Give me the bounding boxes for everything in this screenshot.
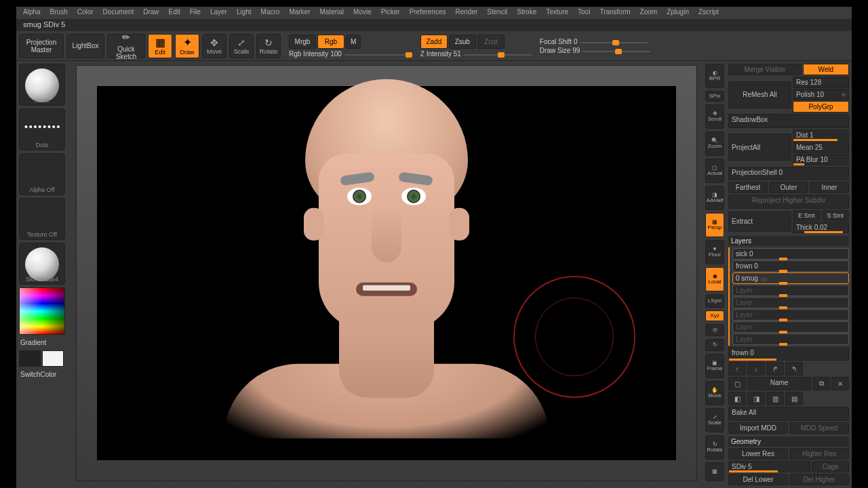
menu-tool[interactable]: Tool — [578, 8, 590, 18]
farthest-button[interactable]: Farthest — [728, 182, 768, 193]
polish-slider[interactable]: Polish 10○ — [793, 89, 849, 100]
layer-merge-icon[interactable]: ↰ — [785, 362, 803, 375]
current-layer-slider[interactable]: frown 0 — [728, 347, 849, 361]
lightbox-button[interactable]: LightBox — [66, 34, 104, 58]
menu-alpha[interactable]: Alpha — [23, 8, 41, 18]
layer-d-icon[interactable]: ▤ — [785, 392, 803, 405]
focal-shift-slider[interactable] — [580, 38, 648, 45]
floor-button[interactable]: ▼Floor — [705, 240, 724, 264]
sdiv-slider[interactable]: SDiv 5 — [728, 461, 810, 472]
dist-slider[interactable]: Dist 1 — [793, 129, 849, 141]
rotate-view-button[interactable]: ↻Rotate — [705, 435, 724, 460]
menu-picker[interactable]: Picker — [381, 8, 400, 18]
menu-material[interactable]: Material — [320, 8, 344, 18]
draw-size-slider[interactable] — [583, 47, 650, 54]
higher-res-button[interactable]: Higher Res — [789, 448, 849, 460]
menu-movie[interactable]: Movie — [353, 8, 372, 18]
color-picker[interactable] — [19, 287, 65, 335]
rgb-intensity-slider[interactable] — [344, 50, 412, 57]
esmt-button[interactable]: E Smt — [793, 210, 821, 221]
extract-button[interactable]: Extract — [728, 211, 791, 232]
layers-header[interactable]: Layers — [728, 236, 849, 246]
lower-res-button[interactable]: Lower Res — [728, 448, 788, 460]
layer-item-empty[interactable]: Layer — [732, 321, 849, 333]
layer-item-empty[interactable]: Layer — [732, 333, 849, 345]
menu-brush[interactable]: Brush — [50, 8, 68, 18]
shadowbox-button[interactable]: ShadowBox — [728, 114, 849, 128]
bpr-button[interactable]: ◐BPR — [705, 64, 724, 88]
quick-sketch-button[interactable]: ✏Quick Sketch — [107, 34, 145, 58]
move-view-button[interactable]: ✋Move — [705, 381, 724, 405]
layer-item-frown[interactable]: frown 0 — [732, 260, 849, 272]
layer-down-icon[interactable]: ↓ — [747, 362, 765, 375]
menu-preferences[interactable]: Preferences — [410, 8, 446, 18]
rotate-mode-button[interactable]: ↻Rotate — [256, 34, 281, 58]
thick-slider[interactable]: Thick 0.02 — [793, 222, 849, 233]
ssmt-button[interactable]: S Smt — [822, 210, 850, 221]
menu-marker[interactable]: Marker — [289, 8, 310, 18]
layer-item-smug[interactable]: 0 smug — [732, 272, 849, 284]
menu-stroke[interactable]: Stroke — [517, 8, 536, 18]
rgb-button[interactable]: Rgb — [317, 35, 344, 49]
menu-layer[interactable]: Layer — [210, 8, 227, 18]
primary-color-swatch[interactable] — [42, 350, 64, 367]
scroll-button[interactable]: ✥Scroll — [705, 104, 724, 129]
stroke-thumbnail[interactable]: Dots — [19, 108, 65, 150]
layer-up-icon[interactable]: ↑ — [728, 362, 746, 375]
menu-draw[interactable]: Draw — [143, 8, 159, 18]
texture-thumbnail[interactable]: Texture Off — [19, 198, 65, 240]
menu-document[interactable]: Document — [103, 8, 134, 18]
draw-mode-button[interactable]: ✦Draw — [175, 34, 199, 58]
edit-mode-button[interactable]: ▦Edit — [148, 34, 172, 58]
layer-dup-icon[interactable]: ⧉ — [812, 377, 830, 390]
switchcolor-button[interactable]: SwitchColor — [19, 369, 66, 380]
res-slider[interactable]: Res 128 — [793, 77, 849, 88]
lsym-button[interactable]: LSym — [705, 294, 724, 308]
actual-button[interactable]: ▢Actual — [705, 159, 724, 183]
layer-item-empty[interactable]: Layer — [732, 309, 849, 321]
outer-button[interactable]: Outer — [769, 182, 808, 193]
layer-item-sick[interactable]: sick 0 — [732, 248, 849, 260]
menu-texture[interactable]: Texture — [546, 8, 568, 18]
layer-new-icon[interactable]: ▢ — [728, 377, 746, 390]
zcut-button[interactable]: Zcut — [477, 35, 505, 49]
material-thumbnail[interactable]: SkinShade4 — [19, 243, 65, 285]
layer-item-empty[interactable]: Layer — [732, 297, 849, 308]
layer-b-icon[interactable]: ◨ — [747, 392, 765, 405]
projectall-button[interactable]: ProjectAll — [728, 134, 791, 161]
center-icon[interactable]: ◎ — [705, 324, 724, 336]
layer-c-icon[interactable]: ▥ — [766, 392, 784, 405]
menu-zoom[interactable]: Zoom — [640, 8, 658, 18]
geometry-header[interactable]: Geometry — [728, 436, 849, 447]
gradient-label[interactable]: Gradient — [19, 338, 66, 348]
inner-button[interactable]: Inner — [810, 182, 849, 193]
projectionshell-slider[interactable]: ProjectionShell 0 — [728, 167, 849, 181]
merge-visible-button[interactable]: Merge Visible — [728, 64, 802, 75]
polygrp-button[interactable]: PolyGrp — [793, 101, 849, 113]
menu-edit[interactable]: Edit — [169, 8, 180, 18]
reproject-button[interactable]: Reproject Higher Subdiv — [728, 195, 849, 209]
persp-button[interactable]: ▦Persp — [705, 213, 724, 237]
pablur-slider[interactable]: PA Blur 10 — [793, 154, 849, 165]
brush-thumbnail[interactable]: Move — [19, 64, 65, 106]
remesh-all-button[interactable]: ReMesh All — [728, 81, 791, 108]
menu-file[interactable]: File — [190, 8, 201, 18]
scale-mode-button[interactable]: ⤢Scale — [229, 34, 254, 58]
zsub-button[interactable]: Zsub — [449, 35, 476, 49]
mean-slider[interactable]: Mean 25 — [793, 142, 849, 153]
cage-button[interactable]: Cage — [812, 461, 849, 472]
import-mdd-button[interactable]: Import MDD — [728, 422, 788, 434]
layer-a-icon[interactable]: ◧ — [728, 392, 746, 405]
menu-render[interactable]: Render — [456, 8, 478, 18]
bake-all-button[interactable]: Bake All — [728, 407, 849, 421]
weld-button[interactable]: Weld — [803, 64, 850, 75]
alpha-thumbnail[interactable]: Alpha Off — [19, 153, 65, 195]
menu-zplugin[interactable]: Zplugin — [667, 8, 689, 18]
mrgb-button[interactable]: Mrgb — [289, 35, 316, 49]
m-button[interactable]: M — [346, 35, 361, 49]
menu-light[interactable]: Light — [237, 8, 252, 18]
xyz-button[interactable]: Xyz — [705, 310, 724, 321]
menu-macro[interactable]: Macro — [261, 8, 280, 18]
zadd-button[interactable]: Zadd — [420, 35, 448, 49]
spix-button[interactable]: SPix — [705, 91, 724, 102]
